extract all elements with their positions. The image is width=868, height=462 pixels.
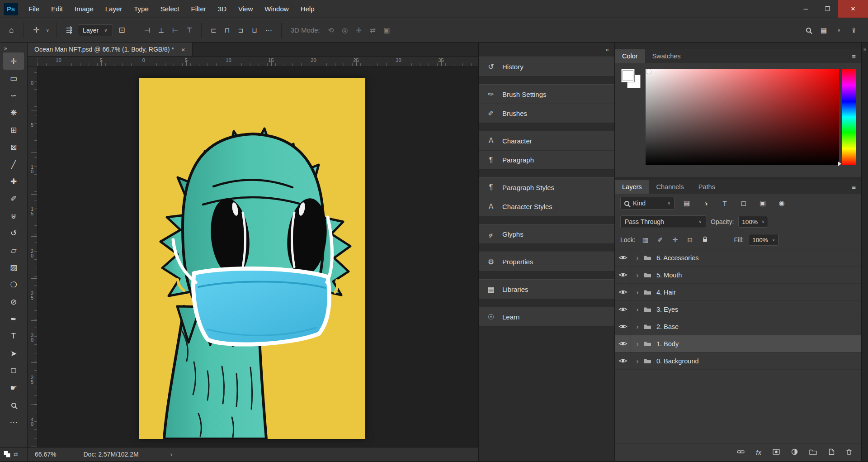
panel-button-paragraph[interactable]: ¶ Paragraph bbox=[479, 150, 614, 169]
distribute-right-icon[interactable]: ⊐ bbox=[235, 26, 247, 34]
group-expand-chevron[interactable]: › bbox=[631, 289, 644, 296]
lock-transparency-icon[interactable]: ▦ bbox=[640, 236, 650, 243]
panel-button-learn[interactable]: ☉ Learn bbox=[479, 307, 614, 326]
tab-channels[interactable]: Channels bbox=[649, 180, 691, 194]
collapse-panels-icon[interactable]: « bbox=[606, 46, 609, 53]
group-expand-chevron[interactable]: › bbox=[631, 254, 644, 262]
delete-layer-icon[interactable] bbox=[846, 448, 852, 457]
filter-pixel-layers-icon[interactable]: ▦ bbox=[680, 197, 693, 209]
lock-position-icon[interactable]: ✛ bbox=[670, 236, 680, 243]
panel-button-properties[interactable]: ⚙ Properties bbox=[479, 252, 614, 271]
tab-layers[interactable]: Layers bbox=[615, 180, 649, 194]
right-dock-expand-strip[interactable]: » bbox=[861, 43, 868, 461]
distribute-left-icon[interactable]: ⊏ bbox=[208, 26, 220, 34]
panel-button-character[interactable]: A Character bbox=[479, 131, 614, 150]
tool-type[interactable]: T bbox=[3, 328, 24, 345]
3d-slide-icon[interactable]: ⇄ bbox=[367, 26, 379, 34]
filter-shape-layers-icon[interactable]: ◻ bbox=[737, 197, 750, 209]
menu-file[interactable]: File bbox=[23, 0, 45, 18]
panel-menu-icon[interactable]: ≡ bbox=[846, 180, 861, 194]
tool-gradient[interactable]: ▨ bbox=[3, 259, 24, 276]
layer-filter-kind-dropdown[interactable]: Kind ∨ bbox=[620, 197, 675, 210]
align-center-icon[interactable]: ⊥ bbox=[155, 26, 167, 34]
zoom-level[interactable]: 66.67% bbox=[35, 451, 56, 458]
group-expand-chevron[interactable]: › bbox=[631, 271, 644, 279]
layer-visibility-toggle[interactable] bbox=[615, 335, 631, 352]
panel-button-history[interactable]: ↺ History bbox=[479, 57, 614, 76]
new-layer-icon[interactable] bbox=[828, 448, 835, 457]
tool-preset-caret[interactable]: ∨ bbox=[45, 28, 50, 33]
menu-window[interactable]: Window bbox=[259, 0, 294, 18]
menu-select[interactable]: Select bbox=[155, 0, 185, 18]
hue-slider[interactable] bbox=[842, 69, 856, 165]
layer-visibility-toggle[interactable] bbox=[615, 284, 631, 300]
lock-all-icon[interactable] bbox=[700, 236, 710, 244]
menu-3d[interactable]: 3D bbox=[212, 0, 232, 18]
layer-visibility-toggle[interactable] bbox=[615, 249, 631, 266]
foreground-background-swatches[interactable] bbox=[621, 69, 646, 171]
tool-hand[interactable]: ☛ bbox=[3, 379, 24, 396]
panel-button-glyphs[interactable]: ℊ Glyphs bbox=[479, 224, 614, 243]
close-button[interactable]: ✕ bbox=[838, 0, 868, 18]
share-icon[interactable]: ⇪ bbox=[848, 26, 860, 34]
tool-zoom[interactable] bbox=[3, 396, 24, 414]
layer-visibility-toggle[interactable] bbox=[615, 267, 631, 283]
layer-visibility-toggle[interactable] bbox=[615, 352, 631, 369]
document-tab[interactable]: Ocean Man NFT.psd @ 66.7% (1. Body, RGB/… bbox=[28, 43, 193, 56]
tool-healing[interactable]: ✚ bbox=[3, 173, 24, 190]
layer-visibility-toggle[interactable] bbox=[615, 318, 631, 335]
auto-select-dropdown[interactable]: Layer ∨ bbox=[78, 24, 113, 36]
fill-input[interactable]: 100% ∨ bbox=[749, 234, 778, 246]
align-left-icon[interactable]: ⊣ bbox=[141, 26, 153, 34]
layer-row-accessories[interactable]: › 6. Accessories bbox=[615, 249, 861, 267]
group-expand-chevron[interactable]: › bbox=[631, 323, 644, 330]
filter-adjustment-layers-icon[interactable]: ◑ bbox=[699, 197, 712, 209]
tab-paths[interactable]: Paths bbox=[691, 180, 722, 194]
3d-roll-icon[interactable]: ◎ bbox=[339, 26, 351, 34]
tool-quick-selection[interactable]: ❋ bbox=[3, 104, 24, 121]
tool-history-brush[interactable]: ↺ bbox=[3, 224, 24, 242]
filter-smart-objects-icon[interactable]: ▣ bbox=[756, 197, 769, 209]
tool-pen[interactable]: ✒ bbox=[3, 310, 24, 328]
menu-image[interactable]: Image bbox=[69, 0, 99, 18]
3d-pan-icon[interactable]: ✛ bbox=[353, 26, 365, 34]
tool-rectangle[interactable]: □ bbox=[3, 362, 24, 379]
hue-slider-handle[interactable] bbox=[838, 162, 841, 166]
workspace-caret[interactable]: ∨ bbox=[836, 28, 841, 33]
group-expand-chevron[interactable]: › bbox=[631, 340, 644, 348]
tool-lasso[interactable]: ∽ bbox=[3, 87, 24, 104]
link-layers-icon[interactable] bbox=[737, 448, 745, 457]
menu-help[interactable]: Help bbox=[295, 0, 321, 18]
3d-orbit-icon[interactable]: ⟲ bbox=[325, 26, 337, 34]
panel-button-brush-settings[interactable]: ✑ Brush Settings bbox=[479, 85, 614, 104]
vertical-ruler[interactable]: 0 5 10 15 20 25 30 35 40 bbox=[28, 67, 38, 447]
new-group-icon[interactable] bbox=[809, 449, 817, 456]
status-expand-chevron[interactable]: › bbox=[170, 451, 173, 458]
tool-preset-icon[interactable]: ⇶ bbox=[62, 25, 76, 35]
add-layer-mask-icon[interactable] bbox=[773, 449, 780, 456]
group-expand-chevron[interactable]: › bbox=[631, 357, 644, 365]
color-field-cursor[interactable] bbox=[646, 69, 651, 74]
panel-menu-icon[interactable]: ≡ bbox=[846, 49, 861, 63]
menu-filter[interactable]: Filter bbox=[185, 0, 212, 18]
layer-row-hair[interactable]: › 4. Hair bbox=[615, 284, 861, 301]
tool-clone-stamp[interactable]: ⊎ bbox=[3, 207, 24, 224]
tool-eraser[interactable]: ▱ bbox=[3, 242, 24, 259]
3d-zoom-icon[interactable]: ▣ bbox=[381, 26, 393, 34]
tool-blur[interactable]: ❍ bbox=[3, 276, 24, 293]
opacity-input[interactable]: 100% ∨ bbox=[738, 216, 768, 228]
panel-button-libraries[interactable]: ▤ Libraries bbox=[479, 280, 614, 299]
tool-dodge[interactable]: ⊘ bbox=[3, 293, 24, 310]
adjustment-layer-icon[interactable] bbox=[791, 448, 798, 457]
filter-toggle-icon[interactable]: ◉ bbox=[775, 197, 788, 209]
layer-row-base[interactable]: › 2. Base bbox=[615, 318, 861, 335]
toolbar-expand-icon[interactable]: » bbox=[0, 43, 11, 52]
menu-layer[interactable]: Layer bbox=[99, 0, 128, 18]
tab-swatches[interactable]: Swatches bbox=[645, 49, 688, 63]
horizontal-ruler[interactable]: 10 5 0 5 10 15 20 25 30 35 bbox=[38, 57, 478, 66]
tool-brush[interactable]: ✐ bbox=[3, 190, 24, 207]
lock-artboard-icon[interactable]: ⊡ bbox=[685, 236, 695, 243]
home-icon[interactable]: ⌂ bbox=[5, 26, 17, 35]
swap-colors-icon[interactable]: ⇄ bbox=[14, 451, 18, 457]
canvas-pasteboard[interactable] bbox=[38, 67, 478, 447]
